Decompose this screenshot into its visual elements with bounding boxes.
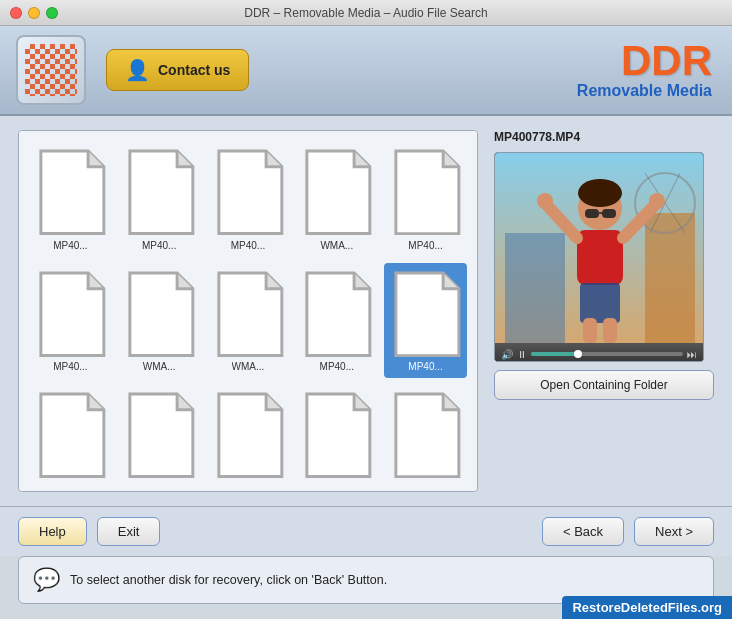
window-controls xyxy=(10,7,58,19)
navigation-bar: Help Exit < Back Next > xyxy=(0,506,732,556)
file-item[interactable] xyxy=(295,384,378,487)
file-item[interactable]: MP40... xyxy=(384,141,467,257)
file-label: MP40... xyxy=(231,240,265,251)
title-bar: DDR – Removable Media – Audio File Searc… xyxy=(0,0,732,26)
file-label: MP40... xyxy=(408,240,442,251)
file-label: WMA... xyxy=(232,361,265,372)
video-frame xyxy=(495,153,703,343)
file-item[interactable]: MP40... xyxy=(295,263,378,379)
minimize-button[interactable] xyxy=(28,7,40,19)
file-label: MP40... xyxy=(53,240,87,251)
file-item[interactable]: MP40... xyxy=(384,263,467,379)
contact-icon: 👤 xyxy=(125,58,150,82)
file-label: WMA... xyxy=(143,361,176,372)
preview-video: 🔊 ⏸ ⏭ xyxy=(494,152,704,362)
svg-rect-76 xyxy=(580,283,620,323)
file-item[interactable]: MP40... xyxy=(29,263,112,379)
file-icon xyxy=(299,269,374,360)
file-item[interactable]: MP40... xyxy=(118,141,201,257)
close-button[interactable] xyxy=(10,7,22,19)
help-button[interactable]: Help xyxy=(18,517,87,546)
file-item[interactable]: MP40... xyxy=(29,141,112,257)
svg-rect-68 xyxy=(602,209,616,218)
file-item[interactable] xyxy=(384,384,467,487)
file-item[interactable] xyxy=(118,384,201,487)
contact-label: Contact us xyxy=(158,62,230,78)
video-background xyxy=(495,153,703,343)
logo-box xyxy=(16,35,86,105)
help-label: Help xyxy=(39,524,66,539)
file-item[interactable]: WMA... xyxy=(295,141,378,257)
status-icon: 💬 xyxy=(33,567,60,593)
file-label: MP40... xyxy=(408,361,442,372)
watermark-text: RestoreDeletedFiles.org xyxy=(572,600,722,615)
header: 👤 Contact us DDR Removable Media xyxy=(0,26,732,116)
volume-icon[interactable]: 🔊 xyxy=(501,349,513,360)
file-label: MP40... xyxy=(53,361,87,372)
brand-subtitle: Removable Media xyxy=(577,82,712,100)
svg-rect-67 xyxy=(585,209,599,218)
file-item[interactable] xyxy=(207,384,290,487)
brand-name: DDR xyxy=(577,40,712,82)
watermark: RestoreDeletedFiles.org xyxy=(562,596,732,619)
next-button[interactable]: Next > xyxy=(634,517,714,546)
file-item[interactable]: MP40... xyxy=(207,141,290,257)
file-icon xyxy=(33,147,108,238)
file-icon xyxy=(388,390,463,481)
contact-button[interactable]: 👤 Contact us xyxy=(106,49,249,91)
back-label: < Back xyxy=(563,524,603,539)
video-art xyxy=(495,153,703,343)
progress-handle xyxy=(574,350,582,358)
fullscreen-icon[interactable]: ⏭ xyxy=(687,349,697,360)
svg-rect-77 xyxy=(583,318,597,343)
open-folder-label: Open Containing Folder xyxy=(540,378,667,392)
file-label: MP40... xyxy=(142,240,176,251)
file-icon xyxy=(299,390,374,481)
file-label: WMA... xyxy=(320,240,353,251)
video-controls[interactable]: 🔊 ⏸ ⏭ xyxy=(495,343,703,362)
open-folder-button[interactable]: Open Containing Folder xyxy=(494,370,714,400)
exit-label: Exit xyxy=(118,524,140,539)
file-icon xyxy=(388,147,463,238)
file-icon xyxy=(299,147,374,238)
file-icon xyxy=(388,269,463,360)
file-icon xyxy=(122,269,197,360)
file-icon xyxy=(33,390,108,481)
back-button[interactable]: < Back xyxy=(542,517,624,546)
file-item[interactable] xyxy=(29,384,112,487)
file-grid: MP40...MP40...MP40...WMA...MP40...MP40..… xyxy=(29,141,467,487)
file-icon xyxy=(33,269,108,360)
exit-button[interactable]: Exit xyxy=(97,517,161,546)
preview-panel: MP400778.MP4 xyxy=(494,130,714,492)
logo-icon xyxy=(25,44,77,96)
file-icon xyxy=(211,147,286,238)
file-item[interactable]: WMA... xyxy=(207,263,290,379)
video-progress[interactable] xyxy=(531,352,683,356)
window-title: DDR – Removable Media – Audio File Searc… xyxy=(244,6,487,20)
file-grid-container[interactable]: MP40...MP40...MP40...WMA...MP40...MP40..… xyxy=(18,130,478,492)
file-icon xyxy=(211,390,286,481)
svg-rect-78 xyxy=(603,318,617,343)
svg-point-74 xyxy=(537,193,553,209)
main-content: MP40...MP40...MP40...WMA...MP40...MP40..… xyxy=(0,116,732,506)
preview-filename: MP400778.MP4 xyxy=(494,130,714,144)
status-message: To select another disk for recovery, cli… xyxy=(70,573,387,587)
file-icon xyxy=(122,390,197,481)
svg-point-75 xyxy=(649,193,665,209)
file-icon xyxy=(211,269,286,360)
file-label: MP40... xyxy=(320,361,354,372)
svg-rect-62 xyxy=(505,233,565,343)
svg-point-70 xyxy=(578,179,622,207)
next-label: Next > xyxy=(655,524,693,539)
play-pause-icon[interactable]: ⏸ xyxy=(517,349,527,360)
file-icon xyxy=(122,147,197,238)
file-item[interactable]: WMA... xyxy=(118,263,201,379)
maximize-button[interactable] xyxy=(46,7,58,19)
progress-fill xyxy=(531,352,577,356)
svg-rect-71 xyxy=(577,230,623,285)
brand-area: DDR Removable Media xyxy=(577,40,712,100)
